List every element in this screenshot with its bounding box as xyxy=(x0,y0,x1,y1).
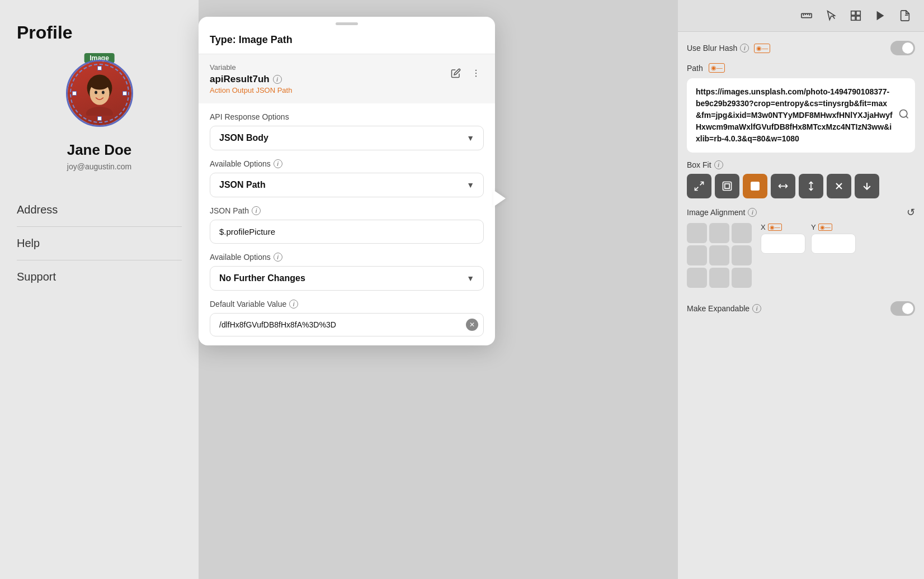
api-response-value: JSON Body xyxy=(219,133,268,143)
make-expandable-info[interactable]: i xyxy=(752,304,761,313)
svg-line-14 xyxy=(833,16,835,19)
svg-rect-18 xyxy=(856,16,860,20)
fit-btn-expand[interactable] xyxy=(687,174,711,198)
variable-label: Variable xyxy=(210,63,292,72)
box-fit-text: Box Fit xyxy=(687,160,711,169)
handle-bottom-mid[interactable] xyxy=(97,116,102,121)
image-alignment-section: Image Alignment i ↺ xyxy=(687,206,915,293)
fit-btn-none[interactable] xyxy=(827,174,851,198)
variable-info-icon[interactable]: i xyxy=(273,75,282,84)
nav-item-support[interactable]: Support xyxy=(17,260,182,293)
svg-rect-25 xyxy=(723,182,732,191)
toolbar-document-icon[interactable] xyxy=(895,6,915,26)
available-options-2-arrow: ▼ xyxy=(466,274,474,283)
svg-rect-17 xyxy=(851,16,855,20)
handle-bottom-right[interactable] xyxy=(122,116,127,121)
modal-title: Type: Image Path xyxy=(210,34,484,46)
align-bot-left[interactable] xyxy=(687,268,707,288)
url-value-text: https://images.unsplash.com/photo-149479… xyxy=(696,87,893,143)
handle-top-mid[interactable] xyxy=(97,66,102,70)
svg-point-6 xyxy=(475,70,477,71)
profile-email: joy@augustin.com xyxy=(17,162,182,171)
profile-avatar xyxy=(66,60,133,127)
variable-name-text: apiResult7uh xyxy=(210,74,270,85)
handle-bottom-left[interactable] xyxy=(72,116,77,121)
image-alignment-info[interactable]: i xyxy=(748,208,757,217)
modal: Type: Image Path Variable apiResult7uh i… xyxy=(199,17,495,345)
align-top-center[interactable] xyxy=(709,223,729,243)
handle-mid-right[interactable] xyxy=(122,91,127,96)
fit-btn-vertical[interactable] xyxy=(799,174,823,198)
use-blur-hash-toggle[interactable] xyxy=(890,41,915,55)
svg-marker-19 xyxy=(877,11,884,21)
make-expandable-toggle[interactable] xyxy=(890,301,915,316)
available-options-2-field: Available Options i No Further Changes ▼ xyxy=(210,253,484,291)
toolbar-ruler-icon[interactable] xyxy=(796,6,817,26)
available-options-1-label: Available Options i xyxy=(210,159,484,168)
box-fit-label: Box Fit i xyxy=(687,160,915,169)
api-response-arrow: ▼ xyxy=(466,134,474,143)
toolbar-play-icon[interactable] xyxy=(870,6,890,26)
default-variable-info[interactable]: i xyxy=(289,300,298,309)
xy-inputs: X ◉— Y ◉— xyxy=(761,223,915,254)
available-options-2-info[interactable]: i xyxy=(274,253,282,262)
x-label: X ◉— xyxy=(761,223,805,231)
toolbar-grid-icon[interactable] xyxy=(846,6,866,26)
nav-item-address[interactable]: Address xyxy=(17,193,182,227)
handle-mid-left[interactable] xyxy=(72,91,77,96)
clear-button[interactable]: ✕ xyxy=(466,319,478,331)
blur-hash-var-icon: ◉— xyxy=(754,44,770,53)
use-blur-hash-info[interactable]: i xyxy=(740,44,749,53)
profile-title: Profile xyxy=(17,22,182,43)
align-bot-right[interactable] xyxy=(732,268,752,288)
fit-btn-horizontal[interactable] xyxy=(771,174,795,198)
box-fit-info[interactable]: i xyxy=(714,160,723,169)
available-options-2-value: No Further Changes xyxy=(219,273,305,283)
available-options-2-dropdown[interactable]: No Further Changes ▼ xyxy=(210,266,484,291)
align-mid-left[interactable] xyxy=(687,245,707,265)
path-label: Path ◉— xyxy=(687,63,915,73)
image-alignment-text: Image Alignment xyxy=(687,208,745,217)
default-variable-input-wrapper: ✕ xyxy=(210,313,484,336)
selection-handles xyxy=(68,61,131,125)
svg-point-8 xyxy=(475,75,477,77)
reset-alignment-button[interactable]: ↺ xyxy=(907,206,915,219)
align-bot-center[interactable] xyxy=(709,268,729,288)
align-top-left[interactable] xyxy=(687,223,707,243)
svg-line-23 xyxy=(700,182,704,186)
x-field: X ◉— xyxy=(761,223,805,254)
available-options-1-value: JSON Path xyxy=(219,180,266,190)
more-options-button[interactable] xyxy=(468,65,484,81)
default-variable-input[interactable] xyxy=(210,313,484,336)
fit-btn-down[interactable] xyxy=(855,174,879,198)
available-options-1-arrow: ▼ xyxy=(466,181,474,189)
api-response-dropdown[interactable]: JSON Body ▼ xyxy=(210,126,484,150)
handle-top-left[interactable] xyxy=(72,66,77,70)
json-path-info[interactable]: i xyxy=(252,206,261,215)
make-expandable-row: Make Expandable i xyxy=(687,301,915,316)
svg-rect-9 xyxy=(802,13,812,17)
api-response-field: API Response Options JSON Body ▼ xyxy=(210,112,484,150)
x-input[interactable] xyxy=(761,234,805,254)
json-path-input[interactable] xyxy=(210,220,484,244)
handle-top-right[interactable] xyxy=(122,66,127,70)
alignment-and-xy: X ◉— Y ◉— xyxy=(687,223,915,293)
use-blur-hash-row: Use Blur Hash i ◉— xyxy=(687,41,915,55)
svg-point-21 xyxy=(900,110,907,117)
y-input[interactable] xyxy=(811,234,856,254)
arrow-right-shape xyxy=(493,190,506,207)
toolbar-cursor-icon[interactable] xyxy=(821,6,841,26)
fit-btn-cover[interactable] xyxy=(743,174,767,198)
align-mid-center[interactable] xyxy=(709,245,729,265)
align-top-right[interactable] xyxy=(732,223,752,243)
fit-btn-contain[interactable] xyxy=(715,174,739,198)
y-field: Y ◉— xyxy=(811,223,856,254)
nav-item-help[interactable]: Help xyxy=(17,227,182,260)
svg-rect-26 xyxy=(725,184,729,188)
edit-button[interactable] xyxy=(448,65,464,81)
variable-name: apiResult7uh i xyxy=(210,74,292,85)
align-mid-right[interactable] xyxy=(732,245,752,265)
available-options-1-dropdown[interactable]: JSON Path ▼ xyxy=(210,173,484,197)
url-search-icon[interactable] xyxy=(898,108,909,123)
available-options-1-info[interactable]: i xyxy=(274,159,282,168)
